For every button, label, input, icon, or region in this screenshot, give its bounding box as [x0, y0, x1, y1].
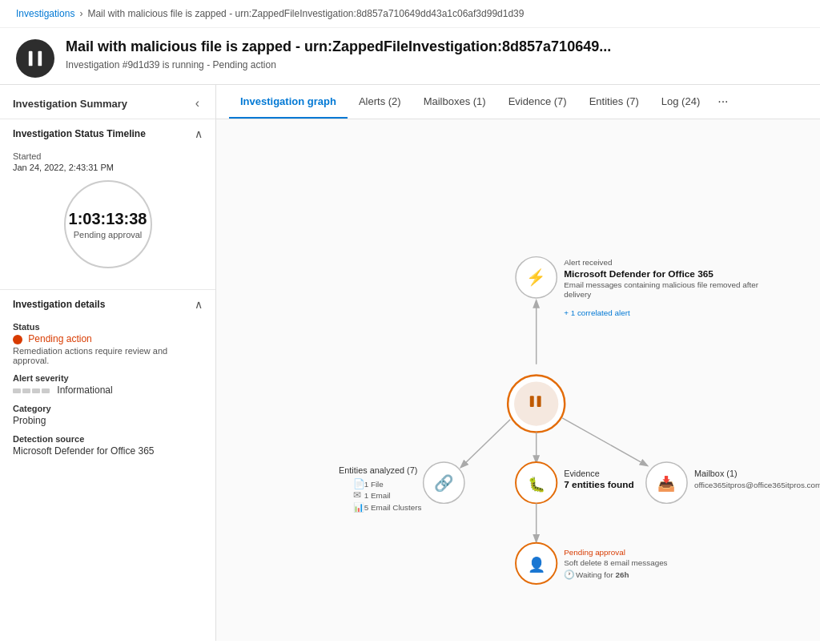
entities-clusters-text: 5 Email Clusters	[364, 503, 422, 512]
status-label: Status	[13, 322, 203, 332]
category-value: Probing	[13, 415, 203, 426]
evidence-label-text: Evidence	[564, 469, 600, 478]
mailbox-email-text: office365itpros@office365itpros.com	[694, 481, 820, 489]
file-icon: 📄	[353, 478, 365, 489]
timeline-title: Investigation Status Timeline	[13, 128, 146, 139]
tab-investigation-graph[interactable]: Investigation graph	[229, 86, 348, 119]
tab-log[interactable]: Log (24)	[650, 86, 711, 119]
tab-more-button[interactable]: ···	[711, 85, 734, 119]
pause-left	[530, 396, 534, 407]
breadcrumb-separator: ›	[79, 8, 82, 19]
pending-desc-text: Soft delete 8 email messages	[564, 558, 667, 567]
evidence-found-text: 7 entities found	[564, 479, 633, 490]
alert-desc-line2: delivery	[564, 290, 591, 299]
details-section-header: Investigation details ∧	[0, 289, 215, 316]
entities-label-text: Entities analyzed (7)	[339, 465, 417, 475]
edge-center-to-mailbox	[562, 418, 647, 465]
details-toggle-button[interactable]: ∧	[195, 298, 203, 311]
clock-circle: 1:03:13:38 Pending approval	[64, 180, 152, 268]
waiting-label-text: Waiting for 26h	[576, 570, 629, 579]
pending-label-text: Pending approval	[564, 548, 625, 557]
clock-label: Pending approval	[74, 230, 143, 239]
status-icon	[13, 335, 22, 344]
correlated-alert-text[interactable]: + 1 correlated alert	[564, 308, 630, 317]
email-clusters-icon: 📊	[353, 501, 364, 513]
alert-source-text: Microsoft Defender for Office 365	[564, 268, 713, 280]
mailbox-icon: 📥	[657, 475, 676, 493]
investigation-graph-svg: ⚡ Alert received Microsoft Defender for …	[216, 119, 820, 641]
page-header: Mail with malicious file is zapped - urn…	[0, 28, 820, 85]
status-note: Remediation actions require review and a…	[13, 346, 203, 365]
entities-icon: 🔗	[434, 473, 454, 493]
breadcrumb-current: Mail with malicious file is zapped - urn…	[87, 8, 524, 19]
detection-label: Detection source	[13, 434, 203, 444]
tab-alerts[interactable]: Alerts (2)	[348, 86, 412, 119]
status-value[interactable]: Pending action	[13, 333, 203, 344]
clock-icon-small: 🕐	[564, 569, 575, 580]
severity-bar	[13, 388, 50, 393]
details-title: Investigation details	[13, 299, 105, 310]
category-label: Category	[13, 404, 203, 413]
breadcrumb: Investigations › Mail with malicious fil…	[0, 0, 820, 28]
timeline-section-header: Investigation Status Timeline ∧	[0, 119, 215, 145]
svg-rect-1	[38, 51, 42, 66]
clock-time: 1:03:13:38	[69, 210, 147, 228]
tabs-bar: Investigation graph Alerts (2) Mailboxes…	[216, 85, 820, 119]
graph-area: ⚡ Alert received Microsoft Defender for …	[216, 119, 820, 641]
sidebar: Investigation Summary ‹ Investigation St…	[0, 85, 216, 641]
pause-icon	[24, 47, 46, 70]
edge-center-to-entities	[461, 420, 510, 467]
details-section: Status Pending action Remediation action…	[0, 316, 215, 474]
main-layout: Investigation Summary ‹ Investigation St…	[0, 85, 820, 641]
breadcrumb-root[interactable]: Investigations	[16, 8, 74, 19]
svg-rect-0	[29, 51, 33, 66]
page-subtitle: Investigation #9d1d39 is running - Pendi…	[66, 59, 611, 70]
started-date: Jan 24, 2022, 2:43:31 PM	[13, 163, 203, 172]
main-node-bg	[514, 381, 558, 425]
alert-icon: ⚡	[526, 268, 546, 287]
mailbox-label-text: Mailbox (1)	[694, 469, 738, 478]
timeline-toggle-button[interactable]: ∧	[195, 127, 203, 140]
pending-icon: 👤	[528, 556, 546, 574]
severity-row: Alert severity Informational	[13, 373, 203, 396]
severity-label: Alert severity	[13, 373, 203, 383]
detection-value: Microsoft Defender for Office 365	[13, 445, 203, 457]
tab-entities[interactable]: Entities (7)	[578, 86, 650, 119]
sidebar-collapse-button[interactable]: ‹	[192, 96, 203, 111]
content-area: Investigation graph Alerts (2) Mailboxes…	[216, 85, 820, 641]
email-icon: ✉	[353, 489, 361, 501]
alert-desc-line1: Email messages containing malicious file…	[564, 280, 758, 289]
detection-row: Detection source Microsoft Defender for …	[13, 434, 203, 457]
category-row: Category Probing	[13, 404, 203, 426]
timeline-section: Started Jan 24, 2022, 2:43:31 PM 1:03:13…	[0, 145, 215, 289]
sidebar-title: Investigation Summary	[13, 98, 127, 110]
entities-file-text: 1 File	[364, 480, 384, 489]
header-text: Mail with malicious file is zapped - urn…	[66, 38, 611, 70]
pause-right	[537, 396, 541, 407]
tab-evidence[interactable]: Evidence (7)	[497, 86, 578, 119]
tab-mailboxes[interactable]: Mailboxes (1)	[412, 86, 497, 119]
status-row: Status Pending action Remediation action…	[13, 322, 203, 365]
severity-value: Informational	[13, 384, 203, 396]
sidebar-header: Investigation Summary ‹	[0, 85, 215, 119]
page-title: Mail with malicious file is zapped - urn…	[66, 38, 611, 56]
started-label: Started	[13, 151, 203, 161]
evidence-icon: 🐛	[528, 476, 546, 493]
investigation-icon	[16, 39, 54, 78]
entities-email-text: 1 Email	[364, 491, 391, 500]
alert-received-label: Alert received	[564, 258, 612, 267]
